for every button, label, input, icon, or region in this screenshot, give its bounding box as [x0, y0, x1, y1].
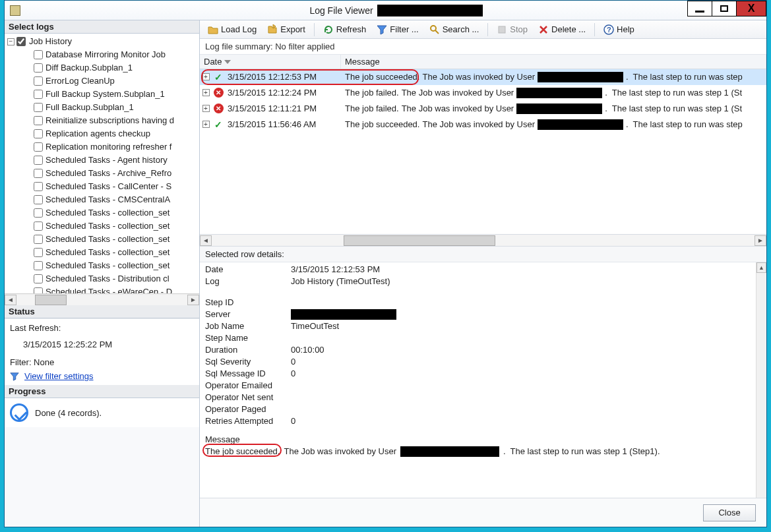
expand-icon[interactable]: +	[202, 73, 210, 80]
detail-value: 0	[291, 415, 761, 427]
detail-key: Step Name	[205, 332, 291, 344]
delete-button[interactable]: Delete ...	[534, 23, 590, 36]
tree-item[interactable]: Diff Backup.Subplan_1	[34, 61, 199, 74]
tree-item-checkbox[interactable]	[34, 63, 43, 73]
export-button[interactable]: Export	[263, 23, 309, 36]
tree-item-checkbox[interactable]	[34, 235, 43, 244]
detail-field: Sql Severity0	[205, 356, 761, 368]
progress-block: Done (4 records).	[5, 398, 199, 427]
tree-item-checkbox[interactable]	[34, 142, 43, 152]
tree-item[interactable]: Scheduled Tasks - CallCenter - S	[34, 180, 199, 193]
search-button[interactable]: Search ...	[425, 23, 483, 36]
tree-item[interactable]: Reinitialize subscriptions having d	[34, 114, 199, 127]
tree-item[interactable]: Scheduled Tasks - collection_set	[34, 259, 199, 272]
tree-item-checkbox[interactable]	[34, 76, 43, 86]
tree-item-checkbox[interactable]	[34, 156, 43, 165]
tree-item-checkbox[interactable]	[34, 129, 43, 138]
tree-item[interactable]: Replication monitoring refresher f	[34, 140, 199, 154]
tree-item-checkbox[interactable]	[34, 261, 43, 270]
stop-icon	[497, 24, 507, 35]
row-date: 3/15/2015 12:11:21 PM	[225, 103, 341, 113]
tree-item-checkbox[interactable]	[34, 222, 43, 231]
scroll-left-icon[interactable]: ◄	[200, 235, 212, 246]
tree-item-checkbox[interactable]	[34, 195, 43, 204]
tree-item[interactable]: Full Backup.Subplan_1	[34, 101, 199, 114]
scroll-thumb[interactable]	[344, 235, 495, 246]
export-icon	[267, 24, 278, 35]
detail-field: Server	[205, 309, 761, 320]
tree-item[interactable]: Full Backup System.Subplan_1	[34, 88, 199, 101]
tree-item-label: Scheduled Tasks - collection_set	[46, 246, 170, 259]
col-message[interactable]: Message	[341, 55, 766, 69]
svg-text:?: ?	[607, 26, 611, 34]
detail-field: Retries Attempted0	[205, 415, 761, 427]
tree-item[interactable]: Database Mirroring Monitor Job	[34, 48, 199, 61]
redacted	[516, 103, 602, 114]
tree-item-checkbox[interactable]	[34, 208, 43, 218]
tree-item[interactable]: Scheduled Tasks - Agent history	[34, 154, 199, 167]
tree-item-checkbox[interactable]	[34, 116, 43, 125]
tree-item-label: Scheduled Tasks - collection_set	[46, 259, 170, 272]
tree-item-label: Full Backup.Subplan_1	[46, 101, 134, 114]
filter-button[interactable]: Filter ...	[373, 23, 422, 36]
expand-icon[interactable]: +	[202, 121, 210, 128]
tree-item[interactable]: Scheduled Tasks - Distribution cl	[34, 272, 199, 285]
redacted	[538, 119, 623, 130]
view-filter-settings-link[interactable]: View filter settings	[24, 371, 94, 381]
tree-item-checkbox[interactable]	[34, 50, 43, 59]
scroll-right-icon[interactable]: ►	[187, 295, 199, 305]
refresh-button[interactable]: Refresh	[319, 23, 371, 36]
tree-item[interactable]: Scheduled Tasks - eWareCen - D	[34, 285, 199, 293]
detail-field: Step Name	[205, 332, 761, 344]
tree-item[interactable]: Scheduled Tasks - collection_set	[34, 233, 199, 246]
tree-item[interactable]: Scheduled Tasks - collection_set	[34, 220, 199, 233]
table-row[interactable]: +✓3/15/2015 11:56:46 AMThe job succeeded…	[200, 117, 766, 133]
detail-value: 3/15/2015 12:12:53 PM	[291, 264, 761, 276]
tree-item[interactable]: Scheduled Tasks - Archive_Refro	[34, 167, 199, 180]
tree-item-label: Scheduled Tasks - CMSCentralA	[46, 193, 170, 206]
expand-icon[interactable]: +	[202, 105, 210, 112]
select-logs-header: Select logs	[5, 20, 199, 34]
tree-root-job-history[interactable]: − Job History	[7, 35, 199, 48]
scroll-left-icon[interactable]: ◄	[5, 295, 16, 305]
expand-icon[interactable]: +	[202, 89, 210, 96]
tree-item-checkbox[interactable]	[34, 287, 43, 293]
job-history-checkbox[interactable]	[16, 37, 26, 46]
close-button[interactable]: Close	[703, 504, 756, 521]
help-button[interactable]: ? Help	[600, 23, 638, 36]
details-vscrollbar[interactable]: ▲ ▼	[756, 262, 766, 498]
tree-item-label: Replication monitoring refresher f	[46, 140, 171, 154]
tree-item[interactable]: Scheduled Tasks - collection_set	[34, 246, 199, 259]
close-window-button[interactable]: X	[736, 1, 766, 16]
tree-item-label: Scheduled Tasks - collection_set	[46, 206, 170, 220]
stop-button[interactable]: Stop	[493, 23, 532, 36]
load-log-button[interactable]: Load Log	[204, 23, 261, 36]
table-row[interactable]: +✕3/15/2015 12:12:24 PMThe job failed. T…	[200, 85, 766, 101]
tree-hscrollbar[interactable]: ◄ ►	[5, 293, 199, 305]
detail-message-text: The job succeeded.The Job was invoked by…	[205, 446, 761, 458]
toolbar: Load Log Export Refresh Filter ...	[200, 20, 766, 39]
maximize-button[interactable]	[712, 1, 737, 16]
tree-item[interactable]: Scheduled Tasks - CMSCentralA	[34, 193, 199, 206]
tree-item[interactable]: Replication agents checkup	[34, 127, 199, 140]
table-row[interactable]: +✓3/15/2015 12:12:53 PMThe job succeeded…	[200, 69, 766, 85]
scroll-up-icon[interactable]: ▲	[756, 262, 766, 273]
col-date[interactable]: Date	[200, 55, 341, 69]
detail-value	[291, 309, 761, 320]
tree-item-checkbox[interactable]	[34, 248, 43, 257]
scroll-right-icon[interactable]: ►	[755, 235, 766, 246]
scroll-thumb[interactable]	[35, 295, 67, 305]
detail-key: Operator Net sent	[205, 392, 291, 403]
table-row[interactable]: +✕3/15/2015 12:11:21 PMThe job failed. T…	[200, 101, 766, 117]
tree-item-checkbox[interactable]	[34, 103, 43, 112]
funnel-icon	[377, 24, 387, 35]
grid-hscrollbar[interactable]: ◄ ►	[200, 234, 766, 246]
tree-item[interactable]: ErrorLog CleanUp	[34, 74, 199, 88]
tree-item-checkbox[interactable]	[34, 90, 43, 99]
tree-item-checkbox[interactable]	[34, 182, 43, 191]
tree-item-checkbox[interactable]	[34, 274, 43, 283]
tree-item[interactable]: Scheduled Tasks - collection_set	[34, 206, 199, 220]
minimize-button[interactable]	[687, 1, 712, 16]
tree-item-checkbox[interactable]	[34, 169, 43, 178]
collapse-icon[interactable]: −	[7, 38, 15, 45]
